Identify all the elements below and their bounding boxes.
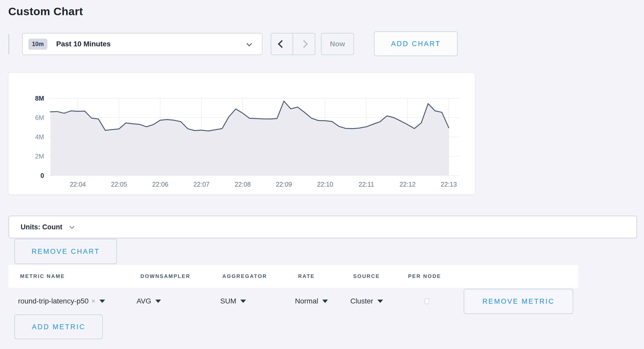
time-pager [271, 33, 315, 55]
header-downsampler: DOWNSAMPLER [140, 273, 190, 279]
add-metric-button[interactable]: ADD METRIC [14, 315, 103, 339]
page-title: Custom Chart [8, 5, 83, 18]
add-chart-button[interactable]: ADD CHART [374, 31, 458, 56]
time-range-select[interactable]: 10m Past 10 Minutes [22, 33, 262, 55]
svg-text:0: 0 [40, 172, 44, 179]
per-node-cell [425, 288, 429, 315]
metrics-table-header: METRIC NAME DOWNSAMPLER AGGREGATOR RATE … [9, 265, 578, 288]
svg-text:22:09: 22:09 [276, 181, 292, 188]
units-label: Units: Count [21, 223, 62, 231]
time-back-button[interactable] [271, 33, 293, 55]
chevron-down-icon [70, 224, 74, 229]
aggregator-value: SUM [220, 297, 236, 305]
remove-chart-button[interactable]: REMOVE CHART [14, 239, 117, 264]
rate-dropdown[interactable]: Normal [295, 288, 328, 315]
caret-down-icon [322, 300, 328, 303]
source-value: Cluster [350, 297, 373, 305]
header-aggregator: AGGREGATOR [222, 273, 267, 279]
svg-text:22:13: 22:13 [441, 181, 457, 188]
svg-text:22:11: 22:11 [359, 181, 374, 188]
caret-down-icon [240, 300, 246, 303]
caret-down-icon [155, 300, 161, 303]
timeseries-chart: 02M4M6M8M22:0422:0522:0622:0722:0822:092… [9, 73, 476, 195]
chevron-left-icon [278, 40, 286, 48]
remove-metric-button[interactable]: REMOVE METRIC [464, 289, 573, 314]
source-dropdown[interactable]: Cluster [350, 288, 383, 315]
caret-down-icon [99, 300, 105, 303]
svg-text:22:10: 22:10 [317, 181, 333, 188]
metric-name-dropdown[interactable]: round-trip-latency-p50 × [18, 288, 105, 315]
svg-text:22:12: 22:12 [400, 181, 416, 188]
downsampler-value: AVG [137, 297, 151, 305]
svg-text:4M: 4M [35, 133, 44, 141]
clear-metric-icon[interactable]: × [91, 297, 95, 305]
per-node-checkbox[interactable] [425, 298, 429, 304]
time-range-badge: 10m [28, 39, 47, 50]
header-metric-name: METRIC NAME [20, 273, 65, 279]
svg-text:6M: 6M [35, 114, 44, 121]
caret-down-icon [377, 300, 383, 303]
toolbar-divider [9, 34, 9, 54]
header-per-node: PER NODE [408, 273, 441, 279]
svg-text:22:08: 22:08 [235, 181, 251, 188]
svg-text:22:04: 22:04 [70, 181, 86, 188]
header-rate: RATE [298, 273, 315, 279]
chevron-right-icon [300, 40, 308, 48]
now-button[interactable]: Now [321, 33, 354, 55]
rate-value: Normal [295, 297, 318, 305]
svg-text:8M: 8M [35, 95, 44, 102]
svg-text:22:07: 22:07 [193, 181, 210, 188]
units-select[interactable]: Units: Count [9, 216, 637, 238]
aggregator-dropdown[interactable]: SUM [220, 288, 246, 315]
metric-name-value: round-trip-latency-p50 [18, 297, 89, 305]
header-source: SOURCE [353, 273, 380, 279]
time-forward-button[interactable] [293, 33, 315, 55]
svg-text:22:06: 22:06 [152, 181, 168, 188]
svg-text:22:05: 22:05 [111, 181, 127, 188]
svg-text:2M: 2M [35, 153, 44, 160]
time-range-label: Past 10 Minutes [56, 40, 111, 48]
chart-card: 02M4M6M8M22:0422:0522:0622:0722:0822:092… [8, 73, 475, 195]
downsampler-dropdown[interactable]: AVG [137, 288, 161, 315]
chevron-down-icon [247, 41, 252, 46]
